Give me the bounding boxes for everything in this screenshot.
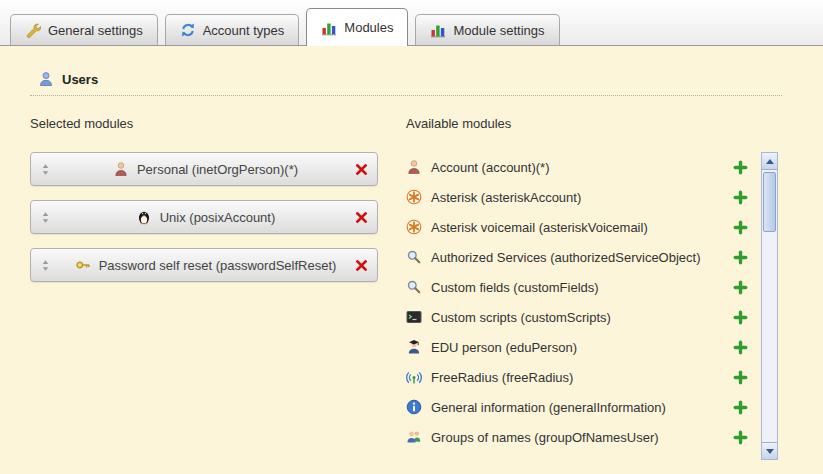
person-icon bbox=[406, 159, 422, 175]
magnifier-icon bbox=[406, 279, 422, 295]
selected-modules-list: Personal (inetOrgPerson)(*) Unix (posixA… bbox=[30, 152, 378, 282]
available-modules-column: Available modules Account (account)(*) A… bbox=[406, 116, 778, 460]
available-module-row: Custom scripts (customScripts) bbox=[406, 302, 748, 332]
section-title: Users bbox=[62, 72, 98, 87]
module-columns: Selected modules Personal (inetOrgPerson… bbox=[30, 116, 778, 460]
drag-handle-icon[interactable] bbox=[39, 259, 57, 272]
selected-module-row: Personal (inetOrgPerson)(*) bbox=[30, 152, 378, 186]
add-module-button[interactable] bbox=[733, 160, 748, 175]
add-module-button[interactable] bbox=[733, 370, 748, 385]
add-module-button[interactable] bbox=[733, 190, 748, 205]
tab-module-settings[interactable]: Module settings bbox=[415, 14, 559, 45]
user-icon bbox=[38, 71, 54, 87]
key-icon bbox=[75, 257, 91, 273]
up-arrow-icon bbox=[766, 159, 774, 164]
group-icon bbox=[406, 429, 422, 445]
remove-module-button[interactable] bbox=[354, 162, 369, 177]
selected-modules-column: Selected modules Personal (inetOrgPerson… bbox=[30, 116, 378, 460]
selected-modules-heading: Selected modules bbox=[30, 116, 378, 132]
remove-module-button[interactable] bbox=[354, 210, 369, 225]
available-module-row: Custom fields (customFields) bbox=[406, 272, 748, 302]
available-module-row: Asterisk voicemail (asteriskVoicemail) bbox=[406, 212, 748, 242]
drag-handle-icon[interactable] bbox=[39, 211, 57, 224]
wrench-icon bbox=[25, 22, 41, 38]
add-module-button[interactable] bbox=[733, 280, 748, 295]
available-module-row: EDU person (eduPerson) bbox=[406, 332, 748, 362]
available-modules-scrollbar[interactable] bbox=[761, 152, 778, 460]
down-arrow-icon bbox=[766, 449, 774, 454]
selected-module-row: Unix (posixAccount) bbox=[30, 200, 378, 234]
dotted-divider bbox=[30, 95, 782, 96]
available-modules-body: Account (account)(*) Asterisk (asteriskA… bbox=[406, 152, 778, 460]
add-module-button[interactable] bbox=[733, 250, 748, 265]
scrollbar-thumb[interactable] bbox=[763, 172, 776, 232]
available-modules-list: Account (account)(*) Asterisk (asteriskA… bbox=[406, 152, 778, 452]
tab-modules[interactable]: Modules bbox=[306, 8, 408, 46]
scrollbar-track[interactable] bbox=[762, 170, 777, 442]
add-module-button[interactable] bbox=[733, 220, 748, 235]
add-module-button[interactable] bbox=[733, 310, 748, 325]
selected-module-row: Password self reset (passwordSelfReset) bbox=[30, 248, 378, 282]
magnifier-icon bbox=[406, 249, 422, 265]
script-icon bbox=[406, 309, 422, 325]
drag-handle-icon[interactable] bbox=[39, 163, 57, 176]
remove-module-button[interactable] bbox=[354, 258, 369, 273]
available-module-row: Asterisk (asteriskAccount) bbox=[406, 182, 748, 212]
tab-general-settings[interactable]: General settings bbox=[10, 14, 158, 45]
scroll-up-button[interactable] bbox=[762, 153, 777, 170]
asterisk-icon bbox=[406, 189, 422, 205]
modules-tab-content: Users Selected modules Personal (inetOrg… bbox=[0, 46, 823, 474]
available-module-row: Account (account)(*) bbox=[406, 152, 748, 182]
chart-icon bbox=[430, 22, 446, 38]
tab-account-types[interactable]: Account types bbox=[165, 14, 300, 45]
available-modules-heading: Available modules bbox=[406, 116, 778, 132]
person-icon bbox=[113, 161, 129, 177]
sync-icon bbox=[180, 22, 196, 38]
penguin-icon bbox=[136, 209, 152, 225]
add-module-button[interactable] bbox=[733, 430, 748, 445]
chart-icon bbox=[321, 20, 337, 36]
antenna-icon bbox=[406, 369, 422, 385]
add-module-button[interactable] bbox=[733, 340, 748, 355]
available-module-row: Authorized Services (authorizedServiceOb… bbox=[406, 242, 748, 272]
available-module-row: Groups of names (groupOfNamesUser) bbox=[406, 422, 748, 452]
available-module-row: General information (generalInformation) bbox=[406, 392, 748, 422]
add-module-button[interactable] bbox=[733, 400, 748, 415]
lam-configuration-window: General settings Account types Modules M… bbox=[0, 0, 823, 474]
tab-bar: General settings Account types Modules M… bbox=[0, 0, 823, 46]
account-type-section-header: Users bbox=[30, 70, 778, 88]
available-module-row: FreeRadius (freeRadius) bbox=[406, 362, 748, 392]
asterisk-icon bbox=[406, 219, 422, 235]
scroll-down-button[interactable] bbox=[762, 442, 777, 459]
info-icon bbox=[406, 399, 422, 415]
edu-person-icon bbox=[406, 339, 422, 355]
